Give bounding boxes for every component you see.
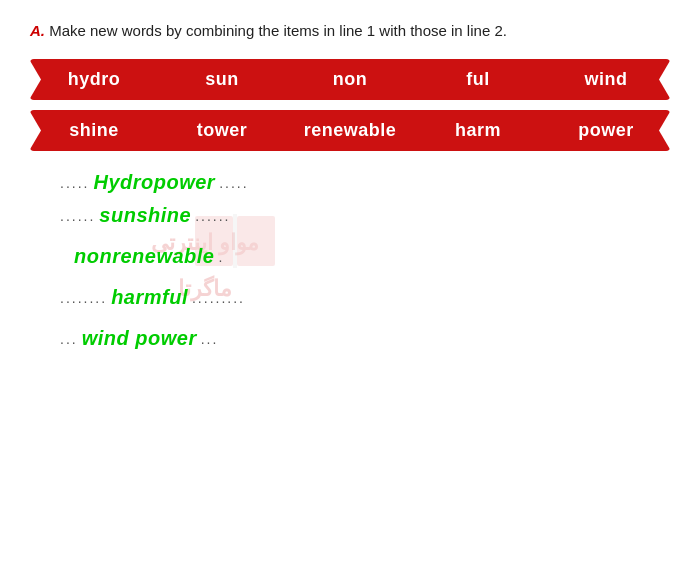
- line2-word-1: shine: [30, 120, 158, 141]
- answer-1-word: Hydropower: [93, 171, 215, 194]
- answer-row-3: nonrenewable .: [60, 245, 670, 268]
- line2-word-5: power: [542, 120, 670, 141]
- answer-5-dots-after: ...: [201, 331, 219, 347]
- line1-word-1: hydro: [30, 69, 158, 90]
- line2-word-2: tower: [158, 120, 286, 141]
- answer-2-word: sunshine: [99, 204, 191, 227]
- answer-2-dots-after: ......: [195, 208, 230, 224]
- answer-row-4: ........ harmful .........: [60, 286, 670, 309]
- line2-row: shine tower renewable harm power: [30, 110, 670, 151]
- answer-row-5: ... wind power ...: [60, 327, 670, 350]
- answer-3-word: nonrenewable: [74, 245, 214, 268]
- answer-4-dots-before: ........: [60, 290, 107, 306]
- answer-row-2: ...... sunshine ......: [60, 204, 670, 227]
- instruction-letter: A.: [30, 22, 45, 39]
- answer-4-dots-after: .........: [192, 290, 245, 306]
- answer-4-word: harmful: [111, 286, 188, 309]
- line1-word-5: wind: [542, 69, 670, 90]
- line1-word-2: sun: [158, 69, 286, 90]
- line1-row: hydro sun non ful wind: [30, 59, 670, 100]
- line1-word-3: non: [286, 69, 414, 90]
- answer-1-dots-after: .....: [219, 175, 248, 191]
- instruction: A. Make new words by combining the items…: [30, 20, 670, 41]
- answer-5-dots-before: ...: [60, 331, 78, 347]
- line1-word-4: ful: [414, 69, 542, 90]
- line2-word-4: harm: [414, 120, 542, 141]
- answer-3-dots-after: .: [218, 249, 224, 265]
- line2-word-3: renewable: [286, 120, 414, 141]
- answers-section: ..... Hydropower ..... ...... sunshine .…: [30, 171, 670, 350]
- answer-row-1: ..... Hydropower .....: [60, 171, 670, 194]
- answer-5-word: wind power: [82, 327, 197, 350]
- answer-1-dots-before: .....: [60, 175, 89, 191]
- answer-2-dots-before: ......: [60, 208, 95, 224]
- instruction-text: Make new words by combining the items in…: [49, 22, 507, 39]
- page-container: A. Make new words by combining the items…: [0, 0, 700, 577]
